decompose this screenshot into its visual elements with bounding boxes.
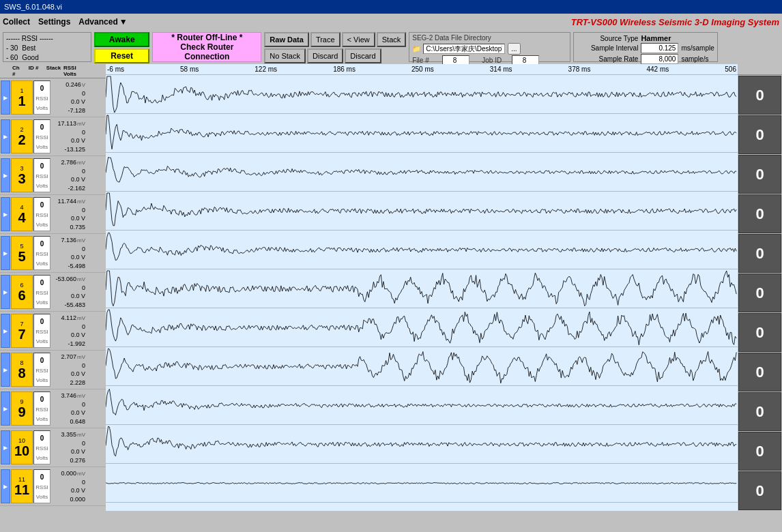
ch-num-big-9: 9: [18, 405, 25, 419]
ch-stack-box-6: 0 RSSI Volts: [33, 275, 50, 309]
waveform-track-2: [106, 114, 738, 153]
menu-advanced[interactable]: Advanced ▼: [78, 17, 127, 27]
brand-text: TRT-VS000 Wireless Seismic 3-D Imaging S…: [571, 17, 779, 27]
stack-value-3: 0: [738, 155, 781, 194]
no-stack-button[interactable]: No Stack: [264, 48, 306, 63]
waveform-track-6: [106, 269, 738, 308]
waveform-track-8: [106, 347, 738, 386]
channel-row: ▶ 2 2 0 RSSI Volts 17.113mV 0 0.0 V -13.…: [0, 117, 106, 156]
reset-button[interactable]: Reset: [94, 48, 149, 63]
rssi-label: ------ RSSI ------: [6, 34, 53, 44]
ch-stack-box-4: 0 RSSI Volts: [33, 197, 50, 231]
menu-bar: Collect Settings Advanced ▼ TRT-VS000 Wi…: [0, 14, 782, 30]
rssi-good: Good: [22, 53, 38, 63]
channel-id-box-4: 4 4: [11, 197, 33, 231]
menu-settings[interactable]: Settings: [38, 17, 70, 27]
ch-rssi-7: RSSI: [35, 329, 48, 335]
ch-col-header: Ch #: [12, 65, 22, 77]
ch-rssi-8: RSSI: [35, 368, 48, 374]
ch-stack-box-11: 0 RSSI Volts: [33, 469, 50, 503]
waveform-track-7: [106, 308, 738, 347]
ch-rssi-2: RSSI: [35, 134, 48, 141]
ch-stack-box-9: 0 RSSI Volts: [33, 391, 50, 426]
ch-volts-7: Volts: [36, 338, 48, 344]
ch-values-10: 3.355mV 0 0.0 V 0.276: [51, 430, 85, 464]
ch-num-big-1: 1: [18, 94, 25, 108]
trace-stack-controls: Raw Data Trace < View Stack No Stack Dis…: [264, 32, 406, 62]
ch-num-big-8: 8: [18, 366, 25, 380]
channel-row: ▶ 6 6 0 RSSI Volts -53.060mV 0 0.0 V -55…: [0, 273, 106, 312]
directory-path-input[interactable]: [423, 44, 505, 54]
ch-num-big-2: 2: [18, 133, 25, 147]
source-type-label: Source Type: [577, 35, 638, 42]
menu-collect[interactable]: Collect: [3, 17, 30, 27]
ch-rssi-3: RSSI: [35, 173, 48, 179]
channel-id-box-9: 9 9: [11, 391, 33, 426]
router-msg-line1: * Router Off-Line *: [171, 33, 242, 42]
rssi-minus60: - 60: [6, 53, 18, 63]
stack-value-5: 0: [738, 234, 781, 273]
sample-interval-value: 0.125: [641, 43, 678, 53]
stack-value-8: 0: [738, 353, 781, 391]
channel-row: ▶ 5 5 0 RSSI Volts 7.136mV 0 0.0 V -5.49…: [0, 234, 106, 273]
stack-button[interactable]: Stack: [377, 32, 407, 47]
locate-button-4[interactable]: ▶: [1, 197, 10, 231]
awake-button[interactable]: Awake: [94, 32, 149, 47]
time-label: -6 ms: [107, 65, 124, 73]
channel-id-box-5: 5 5: [11, 236, 33, 270]
ch-rssi-4: RSSI: [35, 212, 48, 218]
router-msg-line3: Connection: [171, 52, 242, 61]
sample-interval-label: Sample Interval: [577, 44, 638, 52]
raw-data-button[interactable]: Raw Data: [264, 32, 309, 47]
locate-button-1[interactable]: ▶: [1, 80, 10, 115]
browse-button[interactable]: ...: [508, 43, 520, 55]
discard-button-2[interactable]: Discard: [345, 48, 381, 63]
router-message: * Router Off-Line * Check Router Connect…: [152, 32, 261, 62]
channel-rows-container: ▶ 1 1 0 RSSI Volts 0.246V 0 0.0 V -7.128…: [0, 78, 106, 506]
source-type-value: Hammer: [641, 34, 671, 42]
time-label: 58 ms: [180, 65, 199, 73]
channel-row: ▶ 7 7 0 RSSI Volts 4.112mV 0 0.0 V -1.99…: [0, 312, 106, 351]
id-col-header: ID #: [23, 65, 44, 77]
channel-row: ▶ 9 9 0 RSSI Volts 3.746mV 0 0.0 V 0.648: [0, 389, 106, 428]
ch-stack-val-2: 0: [40, 123, 44, 131]
job-id-label: Job ID: [482, 57, 509, 64]
title-bar: SWS_6.01.048.vi: [0, 0, 782, 14]
content-area: Ch # ID # Stack RSSIVolts ▶ 1 1 0 RSSI V…: [0, 64, 782, 511]
view-button[interactable]: < View: [342, 32, 375, 47]
locate-button-11[interactable]: ▶: [1, 469, 10, 503]
ch-volts-1: Volts: [36, 105, 48, 111]
locate-button-3[interactable]: ▶: [1, 158, 10, 192]
time-label: 314 ms: [490, 65, 512, 73]
locate-button-10[interactable]: ▶: [1, 430, 10, 464]
stack-col-header: Stack: [45, 65, 62, 77]
file-label: File #: [412, 57, 439, 64]
ch-stack-box-5: 0 RSSI Volts: [33, 236, 50, 270]
channel-id-box-3: 3 3: [11, 158, 33, 192]
ch-rssi-11: RSSI: [35, 484, 48, 490]
locate-button-2[interactable]: ▶: [1, 119, 10, 153]
waveform-track-9: [106, 386, 738, 425]
discard-button-1[interactable]: Discard: [307, 48, 343, 63]
ch-stack-val-10: 0: [40, 434, 44, 442]
ch-values-7: 4.112mV 0 0.0 V -1.992: [51, 314, 85, 348]
ch-values-2: 17.113mV 0 0.0 V -13.125: [51, 119, 85, 153]
locate-button-9[interactable]: ▶: [1, 391, 10, 426]
channel-header: Ch # ID # Stack RSSIVolts: [0, 64, 106, 78]
rssi-col-header: RSSIVolts: [63, 65, 76, 77]
ch-num-big-7: 7: [18, 327, 25, 341]
ch-rssi-5: RSSI: [35, 251, 48, 257]
awake-reset-group: Awake Reset Reconnect: [94, 32, 149, 62]
locate-button-7[interactable]: ▶: [1, 314, 10, 348]
locate-button-8[interactable]: ▶: [1, 353, 10, 387]
channel-row: ▶ 3 3 0 RSSI Volts 2.786mV 0 0.0 V -2.16…: [0, 156, 106, 195]
locate-button-6[interactable]: ▶: [1, 275, 10, 309]
ch-stack-val-7: 0: [40, 318, 44, 325]
ch-values-9: 3.746mV 0 0.0 V 0.648: [51, 391, 85, 426]
waveform-track-11: [106, 464, 738, 503]
channel-id-box-6: 6 6: [11, 275, 33, 309]
stack-values-container: 00000000000: [738, 75, 782, 511]
locate-button-5[interactable]: ▶: [1, 236, 10, 270]
sample-interval-unit: ms/sample: [681, 44, 714, 52]
trace-button[interactable]: Trace: [310, 32, 341, 47]
